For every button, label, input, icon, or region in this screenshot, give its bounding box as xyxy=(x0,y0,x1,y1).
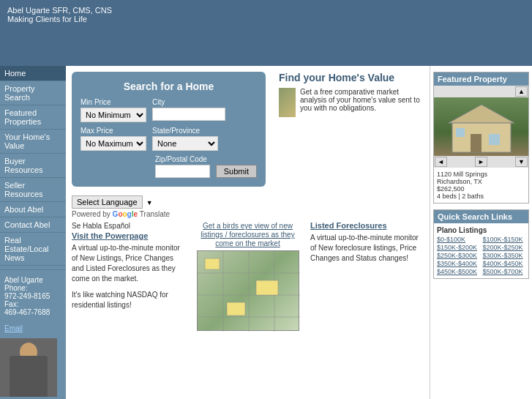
state-label: State/Province xyxy=(152,127,218,135)
max-price-group: Max Price No Maximum xyxy=(80,127,146,151)
quick-search-link[interactable]: $0-$100K xyxy=(437,236,480,243)
sidebar-item-news[interactable]: Real Estate/Local News xyxy=(0,233,66,266)
search-box: Search for a Home Min Price No Minimum C… xyxy=(72,72,266,187)
translate-text: Translate xyxy=(140,210,170,218)
col1-text1: A virtual up-to-the-minute monitor of Ne… xyxy=(72,243,185,284)
min-price-select[interactable]: No Minimum xyxy=(80,108,146,122)
search-title: Search for a Home xyxy=(80,81,257,92)
google-text: Google xyxy=(113,210,140,218)
quick-search-title: Quick Search Links xyxy=(434,210,528,223)
home-value-title: Find your Home's Value xyxy=(279,72,425,83)
max-price-select[interactable]: No Maximum xyxy=(80,136,146,151)
sidebar-item-property-search[interactable]: Property Search xyxy=(0,81,66,105)
qs-grid: $0-$100K$100K-$150K$150K-$200K$200K-$250… xyxy=(437,236,525,275)
scroll-left-button[interactable]: ◄ xyxy=(435,157,447,167)
col1-text2: It's like watching NASDAQ for residentia… xyxy=(72,290,185,310)
header: Abel Ugarte SFR, CMS, CNS Making Clients… xyxy=(0,0,532,66)
quick-search-link[interactable]: $450K-$500K xyxy=(437,268,480,275)
hv-content: Get a free comparative market analysis o… xyxy=(279,88,425,117)
property-beds-baths: 4 beds | 2 baths xyxy=(437,193,525,200)
state-group: State/Province None xyxy=(152,127,218,151)
scroll-up-button[interactable]: ▲ xyxy=(515,86,528,97)
quick-search-link[interactable]: $200K-$250K xyxy=(483,244,526,251)
sidebar-item-home-value[interactable]: Your Home's Value xyxy=(0,130,66,154)
quick-search-link[interactable]: $300K-$350K xyxy=(483,252,526,259)
quick-search-link[interactable]: $400K-$450K xyxy=(483,260,526,267)
home-value-section: Find your Home's Value Get a free compar… xyxy=(279,72,425,193)
svg-marker-9 xyxy=(449,105,514,123)
sidebar-item-seller[interactable]: Seller Resources xyxy=(0,178,66,202)
foreclosure-link[interactable]: Listed Foreclosures xyxy=(310,221,387,230)
person-suit xyxy=(10,356,48,397)
city-label: City xyxy=(152,98,225,106)
sidebar-item-featured[interactable]: Featured Properties xyxy=(0,105,66,130)
sidebar-fax: 469-467-7688 xyxy=(4,308,61,316)
scroll-down-button[interactable]: ▼ xyxy=(515,157,528,167)
content-area: Se Habla Español Visit the Powerpage A v… xyxy=(66,221,430,334)
zip-group: Zip/Postal Code xyxy=(155,155,210,178)
sidebar-item-buyer[interactable]: Buyer Resources xyxy=(0,154,66,178)
sidebar-item-home[interactable]: Home xyxy=(0,66,66,81)
form-row-1: Min Price No Minimum City xyxy=(80,98,257,122)
powerpage-link[interactable]: Visit the Powerpage xyxy=(72,231,148,240)
agent-info: Abel Ugarte Phone: 972-249-8165 Fax: 469… xyxy=(0,269,66,338)
sidebar-item-about[interactable]: About Abel xyxy=(0,202,66,217)
content-col-2: Get a birds eye view of new listings / f… xyxy=(191,221,304,334)
quick-search-link[interactable]: $150K-$200K xyxy=(437,244,480,251)
svg-rect-11 xyxy=(471,134,482,152)
min-price-label: Min Price xyxy=(80,98,146,106)
sidebar-phone-label: Phone: xyxy=(4,284,61,292)
agent-tagline: Making Clients for Life xyxy=(7,15,525,23)
center-content: Search for a Home Min Price No Minimum C… xyxy=(66,66,430,399)
scroll-bottom-row: ◄ ► ▼ xyxy=(434,156,528,168)
featured-property-box: Featured Property ▲ ◄ xyxy=(433,72,529,204)
qs-header: Plano Listings xyxy=(437,226,525,234)
svg-rect-12 xyxy=(489,134,500,145)
quick-search-content: Plano Listings $0-$100K$100K-$150K$150K-… xyxy=(434,223,528,278)
sidebar-phone: 972-249-8165 xyxy=(4,292,61,300)
map-svg xyxy=(198,251,300,332)
zip-label: Zip/Postal Code xyxy=(155,155,210,163)
quick-search-box: Quick Search Links Plano Listings $0-$10… xyxy=(433,209,529,279)
quick-search-link[interactable]: $100K-$150K xyxy=(483,236,526,243)
min-price-group: Min Price No Minimum xyxy=(80,98,146,122)
svg-rect-8 xyxy=(227,302,245,316)
state-select[interactable]: None xyxy=(152,136,218,151)
quick-search-link[interactable]: $350K-$400K xyxy=(437,260,480,267)
quick-search-link[interactable]: $250K-$300K xyxy=(437,252,480,259)
svg-rect-13 xyxy=(456,128,465,137)
dropdown-arrow-icon: ▼ xyxy=(146,199,153,206)
property-address: 1120 Mill Springs xyxy=(437,171,525,178)
home-value-image xyxy=(279,88,296,117)
powered-by-text: Powered by xyxy=(72,210,110,218)
email-link[interactable]: Email xyxy=(4,324,23,332)
property-price: $262,500 xyxy=(437,185,525,193)
sidebar: Home Property Search Featured Properties… xyxy=(0,66,66,399)
top-content-row: Search for a Home Min Price No Minimum C… xyxy=(66,66,430,193)
sidebar-fax-label: Fax: xyxy=(4,300,61,308)
quick-search-link[interactable]: $500K-$700K xyxy=(483,268,526,275)
right-sidebar: Featured Property ▲ ◄ xyxy=(430,66,532,399)
new-listings-link[interactable]: Get a birds eye view of new listings / f… xyxy=(201,222,294,247)
agent-name: Abel Ugarte SFR, CMS, CNS xyxy=(7,6,525,15)
property-image-wrap: ▲ ◄ ► ▼ xyxy=(434,86,528,168)
scroll-right-button[interactable]: ► xyxy=(475,157,487,167)
content-col-1: Se Habla Español Visit the Powerpage A v… xyxy=(72,221,185,334)
agent-photo xyxy=(0,338,57,397)
form-row-2: Max Price No Maximum State/Province None xyxy=(80,127,257,151)
spanish-label: Se Habla Español xyxy=(72,221,185,231)
svg-rect-6 xyxy=(205,258,220,269)
sidebar-item-contact[interactable]: Contact Abel xyxy=(0,217,66,233)
map-image xyxy=(197,250,299,331)
property-image xyxy=(434,97,528,156)
content-col-3: Listed Foreclosures A virtual up-to-the-… xyxy=(310,221,424,334)
city-group: City xyxy=(152,98,225,122)
featured-property-title: Featured Property xyxy=(434,72,528,86)
zip-input[interactable] xyxy=(155,165,210,178)
select-language-button[interactable]: Select Language xyxy=(72,195,143,209)
house-svg xyxy=(434,97,529,156)
search-submit-button[interactable]: Submit xyxy=(216,165,257,178)
sidebar-agent-name: Abel Ugarte xyxy=(4,276,61,284)
city-input[interactable] xyxy=(152,108,225,121)
home-value-description: Get a free comparative market analysis o… xyxy=(300,88,425,117)
